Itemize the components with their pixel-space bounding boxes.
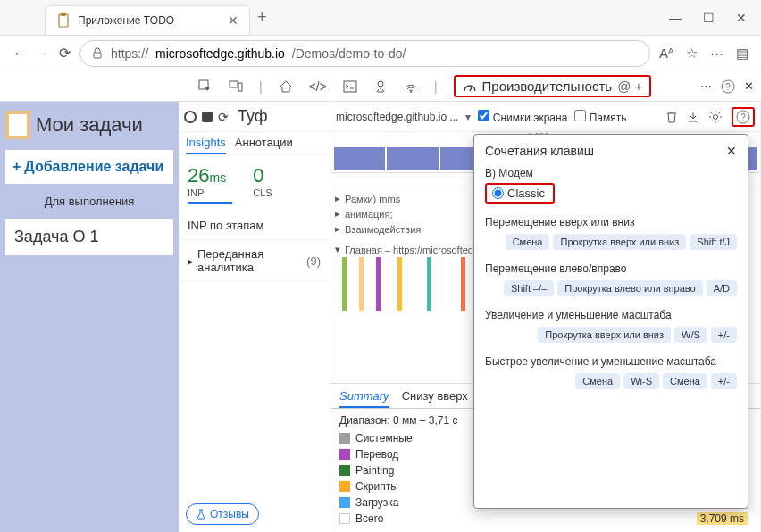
insight-analytics-label: Переданная аналитика [197, 247, 303, 274]
key-badge: Смена [506, 234, 550, 250]
sources-icon[interactable] [370, 78, 391, 96]
trash-icon[interactable] [665, 111, 678, 123]
preset-classic-radio[interactable]: Classic [485, 183, 555, 204]
settings-icon[interactable] [708, 110, 723, 124]
svg-rect-1 [61, 13, 66, 16]
text-size-icon[interactable]: Aᴬ [659, 46, 673, 62]
svg-point-8 [410, 91, 412, 93]
metric-progress [188, 202, 232, 204]
svg-rect-4 [230, 81, 238, 87]
forward-button: → [36, 46, 50, 62]
screenshot-checkbox[interactable]: Снимки экрана [478, 110, 567, 124]
tab-close-icon[interactable]: ✕ [228, 13, 238, 28]
new-tab-button[interactable]: + [257, 8, 267, 27]
chevron-right-icon[interactable]: ▸ [334, 208, 341, 220]
shortcut-row: Перемещение влево/вправоShift –/–Прокрут… [485, 262, 737, 296]
back-button[interactable]: ← [13, 46, 27, 62]
maximize-icon[interactable]: ☐ [703, 11, 715, 25]
key-badge: Wi-S [623, 373, 659, 389]
svg-point-7 [378, 81, 383, 87]
legend-swatch [339, 433, 350, 444]
legend-row: Bcero3,709 ms [339, 511, 751, 527]
reload-button[interactable]: ⟳ [59, 45, 71, 62]
cls-label: CLS [253, 187, 272, 198]
legend-label: Painting [355, 464, 394, 477]
track-interactions: Взаимодействия [345, 224, 421, 235]
insight-third-party[interactable]: ▸Переданная аналитика (9) [179, 240, 330, 282]
dropdown-icon[interactable]: ▾ [465, 111, 471, 123]
add-task-button[interactable]: + Добавление задачи [5, 150, 173, 184]
perf-help-button[interactable]: ? [732, 107, 755, 127]
track-frames: Рамки) mms [345, 194, 400, 204]
legend-swatch [339, 481, 350, 492]
tab-performance-label: Производительность [482, 79, 613, 94]
welcome-icon[interactable] [275, 78, 297, 96]
device-icon[interactable] [225, 78, 247, 96]
legend-label: Скрипты [355, 480, 398, 493]
address-actions: Aᴬ ☆ ⋯ ▤ [659, 46, 748, 62]
minimize-icon[interactable]: — [669, 11, 682, 25]
shortcuts-title: Сочетания клавиш [485, 144, 594, 158]
reload-record-icon[interactable]: ⟳ [218, 110, 229, 124]
svg-rect-2 [94, 53, 101, 58]
key-badge: +/- [711, 327, 737, 343]
inspect-icon[interactable] [195, 78, 216, 96]
sidebar-icon[interactable]: ▤ [736, 46, 748, 62]
close-window-icon[interactable]: ✕ [736, 11, 747, 25]
legend-swatch [339, 513, 350, 524]
feedback-button[interactable]: Отзывы [186, 503, 259, 525]
tab-bottom-up[interactable]: Снизу вверх [402, 389, 468, 408]
insight-inp-phases[interactable]: INP по этапам [179, 212, 330, 240]
record-button[interactable] [184, 111, 197, 123]
more-icon[interactable]: ⋯ [710, 46, 723, 62]
favorite-icon[interactable]: ☆ [686, 46, 698, 62]
tab-summary[interactable]: Summary [339, 389, 389, 408]
url-input[interactable]: https://microsoftedge.github.io/Demos/de… [79, 40, 650, 67]
key-badge: Смена [663, 373, 707, 389]
network-icon[interactable] [400, 78, 422, 96]
close-icon[interactable]: ✕ [726, 144, 737, 158]
svg-rect-6 [344, 81, 356, 92]
insight-analytics-count: (9) [306, 254, 321, 268]
chevron-right-icon[interactable]: ▸ [334, 193, 341, 204]
devtools-help-icon[interactable]: ? [721, 79, 735, 94]
browser-tab[interactable]: Приложение TODO ✕ [45, 5, 250, 36]
origin-dropdown[interactable]: microsoftedge.github.io ... [336, 111, 458, 123]
perf-record-toolbar: ⟳ Туф [179, 102, 330, 132]
tab-insights[interactable]: Insights [186, 136, 226, 154]
add-task-label: Добавление задачи [24, 159, 163, 175]
tab-title: Приложение TODO [78, 14, 221, 27]
elements-icon[interactable]: </> [305, 78, 330, 96]
tab-annotations[interactable]: Аннотации [235, 136, 293, 154]
lock-icon [91, 47, 104, 60]
shortcuts-dialog: Сочетания клавиш ✕ В) Модем Classic Пере… [473, 134, 748, 509]
console-icon[interactable] [339, 78, 361, 96]
track-animations: анимация; [345, 209, 392, 220]
perf-sub-toolbar: microsoftedge.github.io ... ▾ Снимки экр… [330, 102, 760, 132]
stop-button[interactable] [202, 112, 213, 122]
task-item[interactable]: Задача О 1 [5, 219, 173, 255]
svg-rect-0 [59, 14, 68, 27]
devtools-close-icon[interactable]: ✕ [744, 79, 754, 93]
memory-checkbox[interactable]: Память [574, 110, 626, 124]
chevron-right-icon[interactable]: ▸ [334, 223, 341, 235]
section-label: Для выполнения [5, 191, 173, 212]
tab-performance[interactable]: Производительность @ + [454, 75, 652, 97]
devtools-more-icon[interactable]: ⋯ [700, 79, 712, 93]
clipboard-icon [56, 13, 71, 28]
insights-panel: ⟳ Туф Insights Аннотации 26ms INP 0 CLS … [179, 102, 330, 532]
shortcut-label: Перемещение вверх или вниз [485, 216, 737, 229]
throttle-label[interactable]: Туф [238, 107, 268, 126]
chevron-down-icon[interactable]: ▾ [334, 244, 341, 255]
shortcut-row: Увеличение и уменьшение масштабаПрокрутк… [485, 309, 737, 343]
plus-icon: + [13, 159, 21, 175]
tab-performance-badge: @ + [617, 79, 642, 94]
key-badge: Прокрутка влево или вправо [557, 280, 702, 296]
collect-icon[interactable] [687, 111, 699, 123]
legend-label: Bcero [355, 512, 383, 525]
legend-swatch [339, 497, 350, 508]
key-badge: Смена [575, 373, 620, 389]
browser-titlebar: Приложение TODO ✕ + — ☐ ✕ [0, 0, 761, 36]
key-badge: +/- [711, 373, 737, 389]
app-sidebar: Мои задачи + Добавление задачи Для выпол… [0, 102, 179, 532]
